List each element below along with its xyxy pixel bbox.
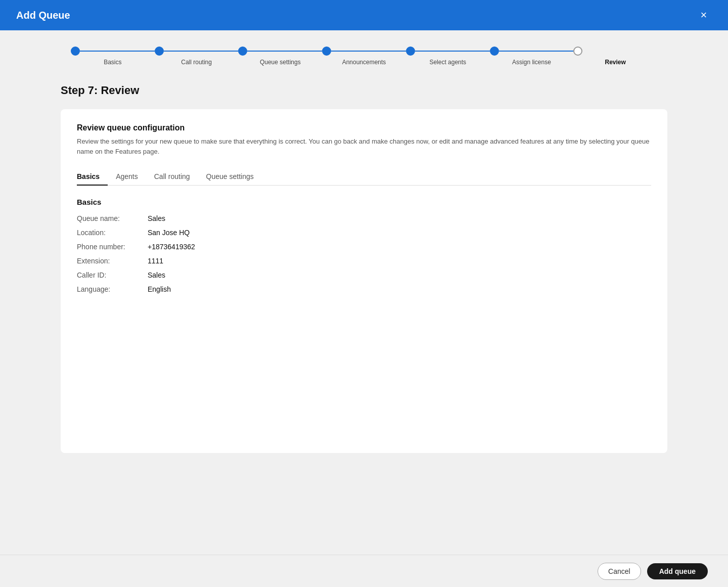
value-queue-name: Sales (148, 214, 165, 222)
footer: Cancel Add queue (0, 555, 728, 587)
step-review: Review (573, 47, 657, 66)
step-label-assign-license: Assign license (512, 59, 551, 66)
value-location: San Jose HQ (148, 229, 190, 237)
tab-queue-settings[interactable]: Queue settings (198, 168, 262, 186)
label-language: Language: (77, 285, 148, 293)
step-line-3 (247, 51, 322, 52)
step-dot-call-routing (155, 47, 164, 56)
step-queue-settings: Queue settings (238, 47, 322, 66)
step-label-review: Review (605, 59, 625, 66)
field-queue-name: Queue name: Sales (77, 214, 651, 222)
step-dot-queue-settings (238, 47, 247, 56)
review-card: Review queue configuration Review the se… (61, 109, 667, 453)
label-phone-number: Phone number: (77, 243, 148, 251)
card-title: Review queue configuration (77, 123, 651, 132)
tab-basics[interactable]: Basics (77, 168, 108, 186)
step-dot-select-agents (406, 47, 415, 56)
field-phone-number: Phone number: +18736419362 (77, 243, 651, 251)
label-extension: Extension: (77, 257, 148, 265)
section-title-basics: Basics (77, 198, 651, 206)
page-title: Step 7: Review (61, 84, 667, 97)
step-announcements: Announcements (322, 47, 406, 66)
step-call-routing: Call routing (155, 47, 239, 66)
step-dot-basics (71, 47, 80, 56)
field-extension: Extension: 1111 (77, 257, 651, 265)
dialog-title: Add Queue (16, 10, 70, 21)
step-dot-review (573, 47, 582, 56)
cancel-button[interactable]: Cancel (598, 563, 641, 580)
close-button[interactable]: × (696, 7, 712, 23)
step-label-select-agents: Select agents (429, 59, 466, 66)
main-content: Basics Call routing Queue settings Annou… (0, 30, 728, 587)
step-line-5 (415, 51, 490, 52)
step-dot-assign-license (490, 47, 499, 56)
step-select-agents: Select agents (406, 47, 490, 66)
step-line-4 (331, 51, 406, 52)
step-line-2 (164, 51, 239, 52)
field-caller-id: Caller ID: Sales (77, 271, 651, 279)
tab-agents[interactable]: Agents (108, 168, 146, 186)
value-language: English (148, 285, 171, 293)
step-assign-license: Assign license (490, 47, 574, 66)
label-caller-id: Caller ID: (77, 271, 148, 279)
step-label-basics: Basics (104, 59, 121, 66)
value-extension: 1111 (148, 257, 163, 265)
basics-fields: Queue name: Sales Location: San Jose HQ … (77, 214, 651, 293)
step-line-6 (499, 51, 574, 52)
step-label-queue-settings: Queue settings (260, 59, 301, 66)
step-dot-announcements (322, 47, 331, 56)
stepper: Basics Call routing Queue settings Annou… (61, 47, 667, 66)
step-label-announcements: Announcements (342, 59, 386, 66)
add-queue-button[interactable]: Add queue (647, 563, 708, 579)
value-phone-number: +18736419362 (148, 243, 195, 251)
tab-call-routing[interactable]: Call routing (146, 168, 198, 186)
label-location: Location: (77, 229, 148, 237)
value-caller-id: Sales (148, 271, 165, 279)
step-label-call-routing: Call routing (181, 59, 212, 66)
step-basics: Basics (71, 47, 155, 66)
tab-bar: Basics Agents Call routing Queue setting… (77, 168, 651, 186)
dialog-header: Add Queue × (0, 0, 728, 30)
field-language: Language: English (77, 285, 651, 293)
card-description: Review the settings for your new queue t… (77, 137, 651, 156)
label-queue-name: Queue name: (77, 214, 148, 222)
step-line-1 (80, 51, 155, 52)
field-location: Location: San Jose HQ (77, 229, 651, 237)
